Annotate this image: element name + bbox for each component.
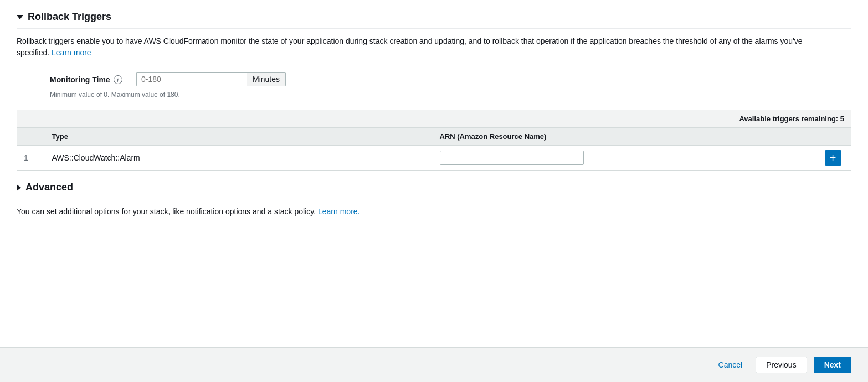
monitoring-time-input[interactable] (136, 72, 247, 86)
monitoring-time-row: Monitoring Time i Minutes (50, 72, 851, 86)
arn-input[interactable] (440, 151, 584, 165)
table-row: 1 AWS::CloudWatch::Alarm + (17, 146, 851, 171)
monitoring-time-suffix: Minutes (247, 72, 286, 86)
rollback-triggers-toggle-icon[interactable] (17, 15, 23, 19)
row-number: 1 (17, 146, 45, 171)
available-triggers-label: Available triggers remaining: 5 (739, 115, 844, 123)
rollback-triggers-title: Rollback Triggers (28, 11, 111, 23)
page-footer: Cancel Previous Next (0, 347, 868, 382)
triggers-table-container: Available triggers remaining: 5 Type ARN… (17, 110, 851, 171)
advanced-section-header: Advanced (17, 182, 851, 199)
monitoring-time-input-group: Minutes (136, 72, 286, 86)
col-header-type: Type (45, 128, 433, 146)
row-arn-cell (433, 146, 818, 171)
advanced-section: Advanced You can set additional options … (17, 182, 851, 218)
next-button[interactable]: Next (814, 357, 851, 373)
add-trigger-button[interactable]: + (825, 150, 841, 166)
triggers-table: Type ARN (Amazon Resource Name) 1 AWS::C… (17, 128, 851, 170)
advanced-description: You can set additional options for your … (17, 206, 836, 218)
rollback-triggers-learn-more-link[interactable]: Learn more (52, 48, 91, 57)
triggers-table-header-bar: Available triggers remaining: 5 (17, 110, 851, 128)
row-action-cell: + (818, 146, 851, 171)
cancel-button[interactable]: Cancel (712, 357, 749, 373)
advanced-toggle-icon[interactable] (17, 184, 21, 191)
rollback-triggers-description: Rollback triggers enable you to have AWS… (17, 35, 836, 59)
monitoring-time-info-icon[interactable]: i (114, 75, 122, 84)
monitoring-time-label: Monitoring Time i (50, 72, 127, 84)
advanced-title: Advanced (25, 182, 73, 193)
monitoring-time-hint: Minimum value of 0. Maximum value of 180… (50, 91, 851, 99)
main-content: Rollback Triggers Rollback triggers enab… (0, 0, 868, 347)
advanced-learn-more-link[interactable]: Learn more. (318, 207, 359, 216)
row-type: AWS::CloudWatch::Alarm (45, 146, 433, 171)
rollback-triggers-section-header: Rollback Triggers (17, 11, 851, 29)
triggers-table-header-row: Type ARN (Amazon Resource Name) (17, 128, 851, 146)
page-container: Rollback Triggers Rollback triggers enab… (0, 0, 868, 382)
col-header-action (818, 128, 851, 146)
previous-button[interactable]: Previous (756, 357, 807, 373)
col-header-arn: ARN (Amazon Resource Name) (433, 128, 818, 146)
col-header-number (17, 128, 45, 146)
